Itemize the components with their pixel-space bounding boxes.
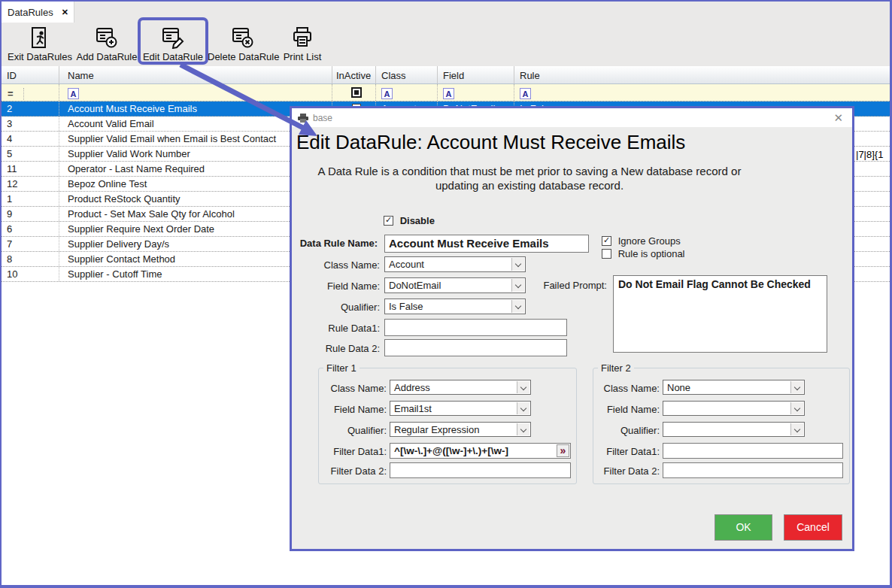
filter2-data2-input[interactable]	[663, 462, 843, 478]
filter2-data1-label: Filter Data1:	[593, 446, 660, 457]
disable-label: Disable	[400, 215, 435, 226]
filter2-groupbox: Filter 2 Class Name: None Field Name: Qu…	[593, 368, 850, 484]
column-header-inactive[interactable]: InActive	[332, 66, 376, 83]
print-list-button[interactable]: Print List	[281, 24, 323, 65]
column-header-class[interactable]: Class	[376, 66, 438, 83]
column-header-id[interactable]: ID	[2, 66, 59, 83]
cell-id: 5	[2, 147, 59, 161]
chevron-down-icon[interactable]	[790, 423, 803, 435]
filter-rule[interactable]: A	[514, 84, 890, 101]
filter-field[interactable]: A	[438, 84, 514, 101]
expand-editor-icon[interactable]: »	[557, 444, 569, 457]
filter1-class-select[interactable]: Address	[390, 380, 531, 395]
column-header-rule[interactable]: Rule	[514, 66, 890, 83]
column-header-name[interactable]: Name	[59, 66, 332, 83]
grid-filter-row: = A A A A	[2, 84, 890, 102]
filter1-qualifier-select[interactable]: Regular Expression	[390, 422, 531, 437]
filter2-class-label: Class Name:	[593, 383, 660, 394]
filter1-field-label: Field Name:	[319, 404, 387, 415]
cell-id: 3	[2, 117, 59, 131]
data-rule-name-label: Data Rule Name:	[292, 238, 378, 249]
ok-button[interactable]: OK	[715, 514, 772, 541]
filter1-data1-label: Filter Data1:	[319, 446, 387, 457]
exit-datarules-button[interactable]: Exit DataRules	[6, 24, 74, 65]
disable-checkbox[interactable]	[384, 216, 393, 226]
field-name-select[interactable]: DoNotEmail	[384, 277, 526, 293]
column-header-field[interactable]: Field	[438, 66, 514, 83]
chevron-down-icon[interactable]	[511, 258, 524, 271]
filter1-groupbox: Filter 1 Class Name: Address Field Name:…	[318, 368, 577, 484]
rule-optional-checkbox[interactable]	[602, 249, 611, 259]
data-rule-name-input[interactable]: Account Must Receive Emails	[384, 235, 589, 253]
dialog-app-icon	[298, 114, 308, 123]
edit-button-highlight-annotation	[138, 17, 208, 65]
add-datarule-button[interactable]: Add DataRule	[75, 24, 138, 65]
text-filter-icon[interactable]: A	[443, 88, 454, 99]
filter1-data1-input[interactable]: ^[\w-\.]+@([\w-]+\.)+[\w-] »	[390, 443, 571, 459]
chevron-down-icon[interactable]	[511, 300, 524, 313]
rule-cell-overflow-text: |7|8]{1	[856, 149, 883, 160]
filter1-title: Filter 1	[323, 362, 360, 374]
filter2-data1-input[interactable]	[663, 443, 843, 459]
filter1-data2-input[interactable]	[390, 462, 571, 478]
cell-id: 12	[2, 177, 59, 191]
rule-data1-input[interactable]	[384, 319, 567, 336]
filter2-title: Filter 2	[598, 362, 634, 374]
dialog-description: A Data Rule is a condition that must be …	[299, 164, 760, 192]
chevron-down-icon[interactable]	[790, 381, 803, 393]
cell-id: 10	[2, 267, 59, 281]
tab-bar: DataRules ✕	[2, 2, 890, 23]
text-filter-icon[interactable]: A	[381, 88, 393, 99]
toolbar: Exit DataRules Add DataRule	[2, 23, 890, 66]
filter-class[interactable]: A	[376, 84, 438, 101]
text-filter-icon[interactable]: A	[68, 88, 79, 99]
filter2-class-select[interactable]: None	[663, 380, 805, 395]
tab-datarules[interactable]: DataRules ✕	[2, 2, 74, 23]
datarules-window: DataRules ✕ Exit DataRules	[0, 0, 892, 588]
chevron-down-icon[interactable]	[517, 381, 529, 393]
dialog-heading: Edit DataRule: Account Must Receive Emai…	[296, 131, 685, 154]
chevron-down-icon[interactable]	[790, 402, 803, 414]
filter1-qualifier-label: Qualifier:	[319, 425, 387, 436]
cell-id: 2	[2, 102, 59, 116]
delete-icon	[232, 26, 254, 49]
filter-name[interactable]: A	[59, 84, 332, 101]
qualifier-label: Qualifier:	[292, 302, 380, 313]
disable-checkbox-row: Disable	[384, 214, 435, 226]
filter1-field-select[interactable]: Email1st	[390, 401, 531, 416]
filter-inactive[interactable]	[332, 84, 376, 101]
filter-id[interactable]: =	[2, 84, 59, 101]
cell-id: 11	[2, 162, 59, 176]
ignore-groups-checkbox[interactable]	[602, 236, 611, 246]
exit-icon	[29, 26, 50, 49]
indeterminate-checkbox-icon[interactable]	[351, 87, 362, 98]
print-icon	[292, 26, 313, 49]
class-name-select[interactable]: Account	[384, 256, 526, 272]
cell-id: 8	[2, 252, 59, 266]
filter1-data2-label: Filter Data 2:	[319, 465, 387, 477]
chevron-down-icon[interactable]	[517, 423, 529, 435]
cell-id: 7	[2, 237, 59, 251]
filter2-data2-label: Filter Data 2:	[593, 465, 660, 477]
tab-close-icon[interactable]: ✕	[62, 8, 68, 17]
cell-id: 6	[2, 222, 59, 236]
rule-data2-input[interactable]	[384, 339, 567, 356]
failed-prompt-textarea[interactable]: Do Not Email Flag Cannot Be Checked	[613, 275, 827, 353]
filter2-qualifier-label: Qualifier:	[593, 425, 660, 436]
dialog-close-icon[interactable]: ✕	[833, 111, 843, 125]
cancel-button[interactable]: Cancel	[784, 514, 842, 541]
ignore-groups-label: Ignore Groups	[618, 235, 681, 247]
tab-title: DataRules	[8, 7, 53, 18]
equals-operator-icon[interactable]: =	[8, 88, 24, 100]
add-icon	[96, 26, 118, 49]
text-filter-icon[interactable]: A	[520, 88, 531, 99]
cell-id: 1	[2, 192, 59, 206]
delete-datarule-button[interactable]: Delete DataRule	[208, 24, 278, 65]
dialog-titlebar: base ✕	[292, 108, 852, 127]
cell-id: 4	[2, 132, 59, 146]
filter2-field-label: Field Name:	[593, 404, 660, 415]
filter2-field-select[interactable]	[663, 401, 805, 416]
chevron-down-icon[interactable]	[517, 402, 529, 414]
qualifier-select[interactable]: Is False	[384, 299, 526, 314]
filter2-qualifier-select[interactable]	[663, 422, 805, 437]
